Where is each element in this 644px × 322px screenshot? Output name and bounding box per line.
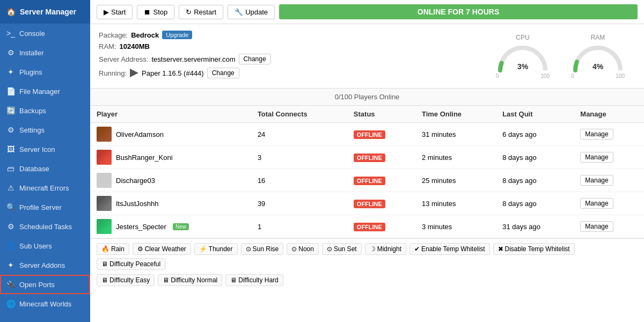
players-tbody: OliverAdamson 24 OFFLINE 31 minutes 6 da… xyxy=(90,123,644,238)
table-row: BushRanger_Koni 3 OFFLINE 2 minutes 8 da… xyxy=(90,146,644,169)
sidebar-item-settings[interactable]: ⚙ Settings xyxy=(0,120,90,140)
player-name: Jesters_Specter xyxy=(116,223,166,231)
manage-button[interactable]: Manage xyxy=(580,198,613,209)
upgrade-button[interactable]: Upgrade xyxy=(162,31,192,39)
update-button[interactable]: 🔧 Update xyxy=(228,5,275,19)
player-connects: 39 xyxy=(251,192,347,215)
sidebar-item-label: Server Addons xyxy=(19,261,65,269)
open-ports-icon: 🔌 xyxy=(6,280,15,289)
sidebar-item-installer[interactable]: ⚙ Installer xyxy=(0,43,90,62)
player-status: OFFLINE xyxy=(347,192,415,215)
manage-button[interactable]: Manage xyxy=(580,152,613,163)
weather-noon-button[interactable]: ⊙ Noon xyxy=(287,243,319,255)
stop-icon: ⏹ xyxy=(144,8,151,16)
running-change-button[interactable]: Change xyxy=(207,68,239,78)
enable-whitelist-button[interactable]: ✔ Enable Temp Whitelist xyxy=(409,243,490,255)
address-row: Server Address: testserver.serverminer.c… xyxy=(99,54,485,64)
sidebar-item-server-icon[interactable]: 🖼 Server Icon xyxy=(0,140,90,159)
offline-badge: OFFLINE xyxy=(354,130,385,139)
cpu-scale: 0 100 xyxy=(496,73,550,79)
offline-badge: OFFLINE xyxy=(354,223,385,231)
difficulty-normal-button[interactable]: 🖥 Difficulty Normal xyxy=(158,274,222,286)
weather-bar: 🔥 Rain ⚙ Clear Weather ⚡ Thunder ⊙ Sun R… xyxy=(90,238,644,274)
easy-icon: 🖥 xyxy=(101,276,108,284)
player-name-cell: Discharge03 xyxy=(90,169,251,192)
disable-whitelist-button[interactable]: ✖ Disable Temp Whitelist xyxy=(493,243,575,255)
sidebar-item-scheduled-tasks[interactable]: ⚙ Scheduled Tasks xyxy=(0,217,90,236)
players-section: 0/100 Players Online Player Total Connec… xyxy=(90,89,644,322)
player-last-quit: 31 days ago xyxy=(496,215,574,238)
enable-icon: ✔ xyxy=(414,245,420,253)
sidebar-item-label: Minecraft Worlds xyxy=(19,300,71,308)
sidebar-item-backups[interactable]: 🔄 Backups xyxy=(0,101,90,120)
ram-gauge-visual: 4% xyxy=(571,43,625,73)
player-manage-cell: Manage xyxy=(574,192,644,215)
difficulty-peaceful-button[interactable]: 🖥 Difficulty Peaceful xyxy=(97,258,165,270)
player-name: Discharge03 xyxy=(116,177,155,185)
gauges: CPU 3% 0 100 RAM xyxy=(485,31,635,82)
col-manage: Manage xyxy=(574,106,644,123)
player-avatar xyxy=(97,150,112,165)
profile-server-icon: 🔍 xyxy=(6,203,15,211)
start-button[interactable]: ▶ Start xyxy=(97,5,133,19)
weather-clear-button[interactable]: ⚙ Clear Weather xyxy=(133,243,191,255)
sidebar-item-server-addons[interactable]: ✦ Server Addons xyxy=(0,255,90,275)
table-row: Jesters_Specter New 1 OFFLINE 3 minutes … xyxy=(90,215,644,238)
sidebar-item-profile-server[interactable]: 🔍 Profile Server xyxy=(0,197,90,217)
weather-rain-button[interactable]: 🔥 Rain xyxy=(97,243,129,255)
manage-button[interactable]: Manage xyxy=(580,221,613,232)
sidebar-item-label: Console xyxy=(19,30,45,38)
sidebar-item-plugins[interactable]: ✦ Plugins xyxy=(0,62,90,82)
sidebar-item-console[interactable]: >_ Console xyxy=(0,24,90,43)
restart-button[interactable]: ↻ Restart xyxy=(179,5,223,19)
col-status: Status xyxy=(347,106,415,123)
weather-sunset-button[interactable]: ⊙ Sun Set xyxy=(322,243,362,255)
offline-badge: OFFLINE xyxy=(354,200,385,208)
sidebar-item-sub-users[interactable]: 👤 Sub Users xyxy=(0,236,90,255)
difficulty-hard-button[interactable]: 🖥 Difficulty Hard xyxy=(225,274,283,286)
sidebar-item-database[interactable]: 🗃 Database xyxy=(0,159,90,178)
player-name: ItsJustJoshhh xyxy=(116,200,159,208)
player-last-quit: 8 days ago xyxy=(496,146,574,169)
sidebar-item-label: Profile Server xyxy=(19,203,62,211)
sidebar-header[interactable]: 🏠 Server Manager xyxy=(0,0,90,24)
noon-icon: ⊙ xyxy=(291,245,297,253)
player-status: OFFLINE xyxy=(347,146,415,169)
hard-icon: 🖥 xyxy=(230,276,237,284)
backups-icon: 🔄 xyxy=(6,106,15,115)
sidebar-item-minecraft-errors[interactable]: ⚠ Minecraft Errors xyxy=(0,178,90,197)
sidebar-title: Server Manager xyxy=(20,8,76,16)
server-addons-icon: ✦ xyxy=(6,261,15,269)
player-name-cell: ItsJustJoshhh xyxy=(90,192,251,215)
manage-button[interactable]: Manage xyxy=(580,129,613,140)
new-badge: New xyxy=(173,223,189,230)
sidebar-item-label: Database xyxy=(19,165,49,173)
sunset-icon: ⊙ xyxy=(327,245,332,253)
player-connects: 24 xyxy=(251,123,347,146)
info-left: Package: Bedrock Upgrade RAM: 10240MB Se… xyxy=(99,31,485,82)
manage-button[interactable]: Manage xyxy=(580,175,613,186)
col-last-quit: Last Quit xyxy=(496,106,574,123)
minecraft-worlds-icon: 🌐 xyxy=(6,299,15,308)
weather-thunder-button[interactable]: ⚡ Thunder xyxy=(194,243,238,255)
player-manage-cell: Manage xyxy=(574,123,644,146)
player-name-cell: BushRanger_Koni xyxy=(90,146,251,169)
weather-sunrise-button[interactable]: ⊙ Sun Rise xyxy=(241,243,284,255)
player-status: OFFLINE xyxy=(347,123,415,146)
sunrise-icon: ⊙ xyxy=(246,245,251,253)
sidebar-item-file-manager[interactable]: 📄 File Manager xyxy=(0,82,90,101)
weather-midnight-button[interactable]: ☽ Midnight xyxy=(365,243,406,255)
package-row: Package: Bedrock Upgrade xyxy=(99,31,485,39)
sidebar-item-minecraft-worlds[interactable]: 🌐 Minecraft Worlds xyxy=(0,294,90,313)
sidebar-item-open-ports[interactable]: 🔌 Open Ports xyxy=(0,275,90,294)
stop-button[interactable]: ⏹ Stop xyxy=(137,5,174,19)
sub-users-icon: 👤 xyxy=(6,241,15,250)
ram-scale: 0 100 xyxy=(571,73,625,79)
difficulty-easy-button[interactable]: 🖥 Difficulty Easy xyxy=(97,274,155,286)
sidebar: 🏠 Server Manager >_ Console ⚙ Installer … xyxy=(0,0,90,322)
player-manage-cell: Manage xyxy=(574,169,644,192)
players-table: Player Total Connects Status Time Online… xyxy=(90,106,644,238)
address-change-button[interactable]: Change xyxy=(239,54,271,64)
player-name-cell: OliverAdamson xyxy=(90,123,251,146)
console-icon: >_ xyxy=(6,29,15,38)
